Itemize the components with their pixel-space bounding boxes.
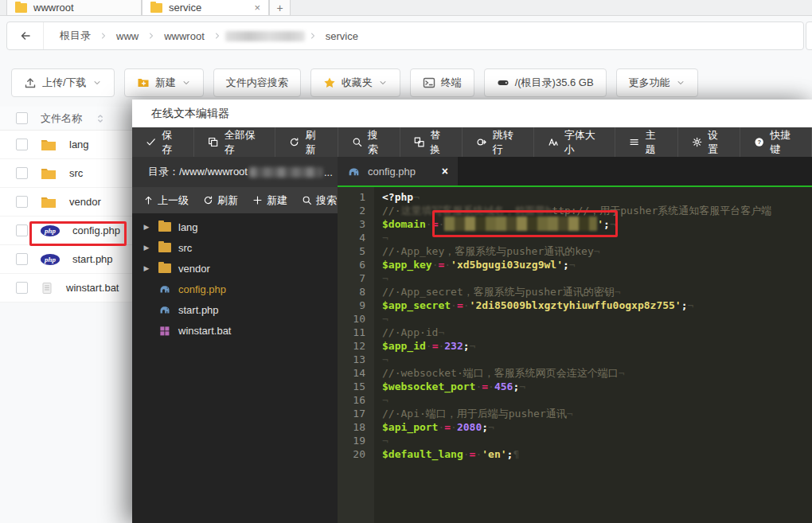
tree-item-winstart.bat[interactable]: winstart.bat: [132, 320, 338, 341]
code-token: ¬: [569, 259, 576, 271]
window-tab-label: service: [169, 2, 201, 14]
tree-item-start.php[interactable]: start.php: [132, 299, 338, 320]
code-token: //·App_key，客服系统与pusher通讯的key: [382, 245, 594, 257]
editor-file-tree: 上一级刷新新建搜索 ▶lang▶src▶vendorconfig.phpstar…: [132, 187, 338, 523]
code-token: ¬: [382, 232, 388, 244]
row-checkbox[interactable]: [16, 139, 28, 150]
editor-tab-close-icon[interactable]: ×: [442, 165, 448, 178]
svg-text:?: ?: [757, 139, 761, 146]
breadcrumb-item-www[interactable]: www: [111, 30, 143, 42]
code-token: =: [444, 421, 451, 433]
editor-toolbar-替换[interactable]: 替换: [400, 127, 463, 157]
sort-icon[interactable]: [95, 113, 106, 124]
breadcrumb-item-service[interactable]: service: [321, 30, 363, 42]
code-token: ¬: [470, 340, 476, 352]
code-token: ;: [463, 340, 470, 352]
file-row-lang[interactable]: lang: [0, 131, 132, 159]
line-number: 19: [338, 434, 365, 447]
tree-item-src[interactable]: ▶src: [132, 237, 338, 258]
new-tab-button[interactable]: +: [269, 0, 291, 16]
window-tab-service[interactable]: service×: [142, 0, 269, 16]
code-token: ¬: [594, 245, 600, 257]
toolbar-button-收藏夹[interactable]: 收藏夹: [310, 68, 400, 97]
toolbar-button-终端[interactable]: 终端: [410, 68, 474, 97]
select-all-checkbox[interactable]: [16, 112, 28, 124]
row-checkbox[interactable]: [16, 167, 28, 179]
folder-icon: [150, 3, 162, 13]
file-name-column-header[interactable]: 文件名称: [41, 111, 82, 126]
file-name: lang: [69, 139, 89, 150]
breadcrumb-item-根目录[interactable]: 根目录: [55, 29, 96, 43]
editor-toolbar-保存[interactable]: 保存: [132, 127, 194, 157]
code-editor[interactable]: <?php¬//·这里填写客服系统域名，前面带http://，用于pusher系…: [374, 187, 812, 523]
editor-toolbar-快捷键[interactable]: ?快捷键: [740, 127, 812, 157]
code-token: ¬: [567, 408, 573, 420]
help-icon: ?: [754, 136, 764, 148]
tree-item-lang[interactable]: ▶lang: [132, 217, 338, 237]
tree-toolbar-上一级[interactable]: 上一级: [143, 193, 189, 208]
editor-tab-label: config.php: [368, 166, 416, 178]
code-line: //·Api·端口，用于后端与pusher通讯¬: [382, 407, 812, 420]
code-token: //·App_secret，客服系统与pusher通讯的密钥: [382, 286, 615, 298]
row-checkbox[interactable]: [16, 253, 28, 265]
tree-item-config.php[interactable]: config.php: [132, 279, 338, 299]
editor-toolbar-全部保存[interactable]: 全部保存: [194, 127, 275, 157]
caret-icon[interactable]: ▶: [142, 244, 151, 252]
editor-file-tab[interactable]: config.php ×: [338, 157, 458, 185]
file-row-winstart.bat[interactable]: winstart.bat: [0, 274, 132, 302]
code-token: ¬: [619, 367, 625, 379]
toolbar-button-文件内容搜索[interactable]: 文件内容搜索: [213, 68, 301, 97]
code-token: '2di85009blxgztyhiuwffu0ogxp8z755': [470, 299, 681, 311]
editor-toolbar-刷新[interactable]: 刷新: [275, 127, 338, 157]
toolbar-button-上传/下载[interactable]: 上传/下载: [11, 68, 115, 97]
file-name: src: [69, 167, 83, 179]
close-icon[interactable]: ×: [243, 2, 260, 13]
editor-toolbar-label: 全部保存: [224, 128, 261, 157]
editor-toolbar-主题[interactable]: 主题: [615, 127, 677, 157]
row-checkbox[interactable]: [16, 282, 28, 294]
tree-item-label: src: [178, 242, 192, 254]
breadcrumb-side-button[interactable]: [806, 21, 812, 50]
code-token: ¬: [382, 313, 388, 325]
php-elephant-icon: [347, 165, 361, 178]
window-tab-bar: wwwrootservice×+: [0, 0, 812, 16]
toolbar-button-/(根目录)35.6 GB[interactable]: /(根目录)35.6 GB: [484, 68, 607, 97]
toolbar-button-更多功能[interactable]: 更多功能: [616, 68, 698, 97]
caret-icon[interactable]: ▶: [142, 264, 151, 272]
editor-toolbar-设置[interactable]: 设置: [678, 127, 740, 157]
editor-toolbar-搜索[interactable]: 搜索: [338, 127, 400, 157]
file-row-start.php[interactable]: phpstart.php: [0, 245, 132, 274]
code-token: ·: [426, 340, 432, 352]
tree-toolbar-新建[interactable]: 新建: [252, 193, 287, 208]
back-button[interactable]: [7, 22, 44, 49]
tree-toolbar: 上一级刷新新建搜索: [132, 187, 338, 213]
file-row-src[interactable]: src: [0, 159, 132, 188]
code-token: ¬: [413, 191, 420, 203]
editor-toolbar-label: 设置: [708, 128, 726, 157]
code-token: ·: [451, 299, 457, 311]
editor-toolbar-跳转行[interactable]: 跳转行: [463, 127, 534, 157]
file-name: vendor: [69, 196, 101, 208]
file-row-vendor[interactable]: vendor: [0, 188, 132, 217]
editor-toolbar-字体大小[interactable]: 字体大小: [534, 127, 615, 157]
tree-toolbar-label: 上一级: [158, 193, 189, 208]
caret-icon[interactable]: ▶: [142, 223, 151, 231]
line-number: 15: [338, 380, 365, 393]
toolbar-button-新建[interactable]: 新建: [124, 68, 204, 97]
tree-toolbar-刷新[interactable]: 刷新: [203, 193, 238, 208]
chevron-down-icon: [378, 78, 388, 88]
tree-item-vendor[interactable]: ▶vendor: [132, 258, 338, 279]
breadcrumb-item-wwwroot[interactable]: wwwroot: [159, 30, 209, 42]
tree-toolbar-label: 新建: [267, 193, 287, 208]
row-checkbox[interactable]: [16, 224, 28, 236]
code-token: //·websocket·端口，客服系统网页会连这个端口: [382, 367, 619, 379]
tree-toolbar-搜索[interactable]: 搜索: [302, 193, 337, 208]
row-checkbox[interactable]: [16, 196, 28, 208]
code-token: ¶: [513, 448, 519, 460]
line-number: 6: [338, 258, 365, 271]
arrow-up-icon: [143, 195, 154, 205]
code-token: ¬: [438, 326, 444, 338]
code-line: ¬: [382, 231, 812, 244]
window-tab-wwwroot[interactable]: wwwroot: [6, 0, 142, 16]
file-row-config.php[interactable]: phpconfig.php: [0, 217, 132, 245]
